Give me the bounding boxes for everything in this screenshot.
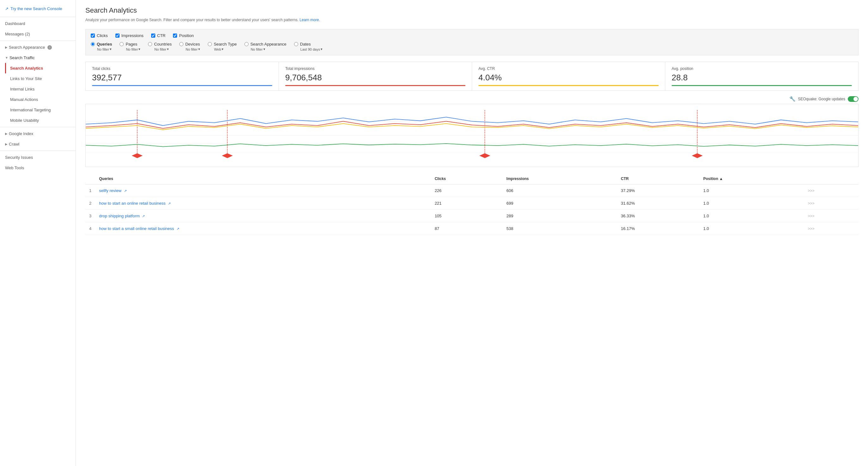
th-num [85,173,95,184]
toggle-knob [854,97,858,101]
external-link-icon[interactable]: ↗ [177,227,179,231]
filter-dropdown-devices[interactable]: No filter ▾ [186,47,200,51]
sidebar-item-security-issues[interactable]: Security Issues [0,152,75,163]
th-queries[interactable]: Queries [95,173,431,184]
chevron-down-icon-countries: ▾ [167,47,169,51]
checkbox-impressions[interactable]: Impressions [116,33,144,38]
sidebar-section-google-index[interactable]: ▶ Google Index [0,128,75,139]
radio-devices[interactable]: Devices [179,42,200,47]
row-query[interactable]: drop shipping platform ↗ [95,210,431,223]
arrow-icon-google-index: ▶ [5,132,8,136]
checkbox-clicks[interactable]: Clicks [91,33,108,38]
metric-underline-clicks [92,85,272,86]
main-content: Search Analytics Analyze your performanc… [76,0,868,466]
row-expand[interactable]: >>> [804,223,859,235]
row-num: 1 [85,184,95,197]
th-impressions[interactable]: Impressions [503,173,617,184]
filter-dropdown-dates[interactable]: Last 90 days ▾ [301,47,322,51]
radio-search-type[interactable]: Search Type [208,42,237,47]
chart-container [85,104,859,167]
radio-filter-row: Queries No filter ▾ Pages No filter [91,42,853,51]
checkbox-position[interactable]: Position [173,33,193,38]
sidebar-item-internal-links[interactable]: Internal Links [5,84,75,94]
sidebar-item-international-targeting[interactable]: International Targeting [5,105,75,115]
analytics-chart [86,107,858,164]
metric-underline-impressions [285,85,465,86]
sidebar: ↗ Try the new Search Console Dashboard M… [0,0,76,466]
external-link-icon[interactable]: ↗ [168,202,171,205]
sidebar-item-web-tools[interactable]: Web Tools [0,163,75,173]
row-clicks: 87 [431,223,503,235]
row-impressions: 289 [503,210,617,223]
chevron-right-icon: >>> [808,214,814,218]
row-clicks: 226 [431,184,503,197]
external-link-icon[interactable]: ↗ [124,189,127,193]
sidebar-item-manual-actions[interactable]: Manual Actions [5,94,75,105]
sidebar-section-crawl[interactable]: ▶ Crawl [0,139,75,149]
row-query[interactable]: how to start an online retail business ↗ [95,197,431,210]
sidebar-item-dashboard[interactable]: Dashboard [0,18,75,29]
external-link-icon: ↗ [5,6,8,11]
filter-dropdown-search-type[interactable]: Web ▾ [214,47,237,51]
filter-dropdown-queries[interactable]: No filter ▾ [97,47,112,51]
table-row: 1 sellfy review ↗ 226 606 37.29% 1.0 >>> [85,184,859,197]
radio-search-appearance[interactable]: Search Appearance [244,42,286,47]
seoquake-label: SEOquake: Google updates [798,97,845,101]
sidebar-item-links-to-site[interactable]: Links to Your Site [5,74,75,84]
external-link-icon[interactable]: ↗ [142,214,145,218]
sidebar-divider-top [0,17,75,17]
radio-queries[interactable]: Queries [91,42,112,47]
row-ctr: 31.62% [617,197,700,210]
svg-rect-13 [222,153,233,158]
row-position: 1.0 [700,210,804,223]
radio-dates[interactable]: Dates [294,42,311,47]
chevron-right-icon: >>> [808,188,814,193]
filter-dropdown-search-appearance[interactable]: No filter ▾ [251,47,286,51]
row-query[interactable]: how to start a small online retail busin… [95,223,431,235]
sidebar-item-search-analytics[interactable]: Search Analytics [5,63,75,74]
radio-countries[interactable]: Countries [148,42,172,47]
sidebar-item-mobile-usability[interactable]: Mobile Usability [5,115,75,125]
chevron-down-icon-devices: ▾ [198,47,200,51]
filter-group-queries: Queries No filter ▾ [91,42,112,51]
metrics-row: Total clicks 392,577 Total impressions 9… [85,62,859,91]
row-expand[interactable]: >>> [804,210,859,223]
queries-table: Queries Clicks Impressions CTR Position … [85,173,859,235]
filter-bar: Clicks Impressions CTR Position [85,29,859,55]
row-ctr: 16.17% [617,223,700,235]
row-position: 1.0 [700,197,804,210]
th-position[interactable]: Position ▲ [700,173,804,184]
filter-group-dates: Dates Last 90 days ▾ [294,42,322,51]
th-ctr[interactable]: CTR [617,173,700,184]
row-expand[interactable]: >>> [804,197,859,210]
table-row: 2 how to start an online retail business… [85,197,859,210]
learn-more-link[interactable]: Learn more. [300,18,320,22]
chevron-down-icon-search-type: ▾ [222,47,223,51]
radio-pages[interactable]: Pages [120,42,137,47]
chevron-down-icon-pages: ▾ [138,47,141,51]
arrow-icon-search-appearance: ▶ [5,46,8,49]
row-expand[interactable]: >>> [804,184,859,197]
filter-group-devices: Devices No filter ▾ [179,42,200,51]
filter-dropdown-countries[interactable]: No filter ▾ [154,47,172,51]
th-clicks[interactable]: Clicks [431,173,503,184]
filter-dropdown-pages[interactable]: No filter ▾ [126,47,141,51]
row-position: 1.0 [700,184,804,197]
sidebar-item-messages[interactable]: Messages (2) [0,29,75,39]
checkbox-ctr[interactable]: CTR [151,33,166,38]
row-ctr: 36.33% [617,210,700,223]
row-ctr: 37.29% [617,184,700,197]
page-title: Search Analytics [85,6,859,14]
seoquake-toggle[interactable] [848,96,859,102]
metric-underline-ctr [478,85,659,86]
chevron-down-icon-dates: ▾ [321,47,322,51]
row-query[interactable]: sellfy review ↗ [95,184,431,197]
try-new-console-link[interactable]: ↗ Try the new Search Console [0,3,75,16]
sidebar-children-search-traffic: Search Analytics Links to Your Site Inte… [0,63,75,125]
metric-total-impressions: Total impressions 9,706,548 [279,62,472,90]
filter-group-search-appearance: Search Appearance No filter ▾ [244,42,286,51]
sidebar-section-search-appearance[interactable]: ▶ Search Appearance i [0,42,75,53]
table-row: 4 how to start a small online retail bus… [85,223,859,235]
info-icon-search-appearance: i [48,45,52,50]
sidebar-section-search-traffic[interactable]: ▼ Search Traffic [0,53,75,63]
